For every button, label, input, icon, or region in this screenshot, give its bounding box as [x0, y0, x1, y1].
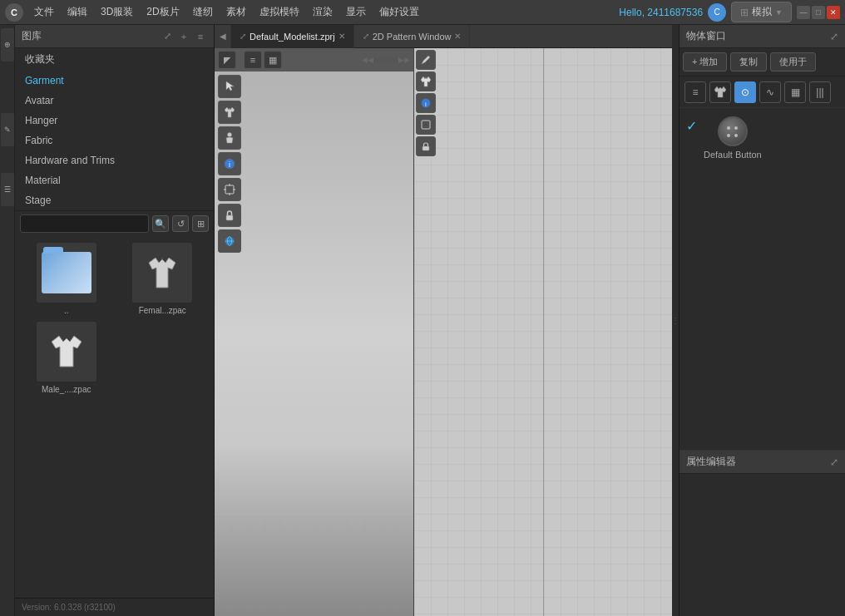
list-item[interactable]: Femal...zpac	[118, 243, 208, 315]
object-window-expand-icon[interactable]: ⤢	[830, 31, 838, 42]
obj-icon-grid[interactable]: ▦	[784, 81, 806, 103]
obj-icon-button[interactable]: ⊙	[734, 81, 756, 103]
tab-arrow-left[interactable]: ◀	[220, 32, 226, 41]
simulate-button[interactable]: ⊞ 模拟 ▼	[731, 2, 792, 22]
list-item[interactable]: Male_....zpac	[22, 322, 111, 394]
menu-right-area: Hello, 2411687536 C ⊞ 模拟 ▼ — □ ✕	[619, 2, 840, 22]
menu-material[interactable]: 素材	[220, 2, 252, 22]
obj-icon-list[interactable]: ≡	[684, 81, 706, 103]
tool-move-3d[interactable]	[218, 178, 241, 201]
file-name: Femal...zpac	[139, 306, 186, 315]
app-logo: C	[5, 3, 23, 22]
close-button[interactable]: ✕	[827, 6, 840, 19]
svg-marker-0	[149, 258, 175, 288]
tab-close-2d[interactable]: ✕	[454, 32, 461, 41]
nav-avatar[interactable]: Avatar	[15, 91, 214, 111]
object-check-icon: ✓	[686, 118, 697, 134]
menu-avatar[interactable]: 虚拟模特	[254, 2, 305, 22]
view-2d-panel-right	[544, 48, 673, 616]
obj-icon-bars[interactable]: |||	[809, 81, 831, 103]
nav-material[interactable]: Material	[15, 170, 214, 190]
left-sidebar: ⊕ ✎ ☰	[0, 25, 15, 616]
object-window-title: 物体窗口	[686, 29, 726, 43]
maximize-button[interactable]: □	[812, 6, 825, 19]
library-header: 图库 ⤢ + ≡	[15, 25, 214, 48]
tool-2d-pen[interactable]	[416, 50, 436, 70]
left-icon-1[interactable]: ✎	[1, 113, 14, 146]
library-search-bar: 🔍 ↺ ⊞	[15, 210, 214, 236]
nav-fabric[interactable]: Fabric	[15, 131, 214, 150]
menu-file[interactable]: 文件	[28, 2, 60, 22]
button-dot-1	[727, 126, 730, 130]
tool-info-3d[interactable]: i	[218, 152, 241, 175]
nav-hanger[interactable]: Hanger	[15, 111, 214, 131]
left-icon-2[interactable]: ☰	[1, 173, 14, 206]
obj-icon-wave[interactable]: ∿	[759, 81, 781, 103]
left-icon-0[interactable]: ⊕	[1, 28, 14, 62]
tool-globe-3d[interactable]	[218, 229, 241, 253]
tool-lock-3d[interactable]	[218, 204, 241, 227]
svg-marker-2	[52, 336, 82, 367]
file-name: Male_....zpac	[42, 385, 91, 394]
menu-sewing[interactable]: 缝纫	[187, 2, 219, 22]
grid-view-icon-button[interactable]: ⊞	[192, 215, 209, 232]
view-3d: ◤ ≡ ▦ ◀◀ ⊞⊞⊞⊞ ▶▶	[215, 48, 414, 616]
use-button[interactable]: 使用于	[770, 52, 816, 71]
refresh-icon-button[interactable]: ↺	[172, 215, 189, 232]
add-button[interactable]: + 增加	[683, 52, 727, 71]
subwindow-tabs: ◀ ⤢ Default_Modelist.zprj ✕ ⤢ 2D Pattern…	[215, 25, 672, 48]
file-thumb-tshirt-female	[132, 243, 192, 303]
tool-avatar-3d[interactable]	[218, 126, 241, 150]
library-expand-icon[interactable]: ⤢	[161, 30, 174, 43]
version-text: Version: 6.0.328 (r32100)	[22, 603, 116, 612]
tool-2d-info[interactable]: i	[416, 93, 436, 113]
attr-editor-expand-icon[interactable]: ⤢	[830, 456, 838, 468]
tool-2d-select[interactable]	[416, 115, 436, 135]
object-item-area: ✓ Default Button	[679, 108, 845, 450]
minimize-button[interactable]: —	[797, 6, 810, 19]
tab-2d-pattern[interactable]: ⤢ 2D Pattern Window ✕	[354, 25, 471, 48]
menu-render[interactable]: 渲染	[307, 2, 338, 22]
object-toolbar: + 增加 复制 使用于	[679, 48, 845, 76]
library-panel: 图库 ⤢ + ≡ 收藏夹 Garment Avatar Hanger Fabri…	[15, 25, 215, 616]
button-dot-4	[734, 134, 738, 137]
attr-editor-header: 属性编辑器 ⤢	[679, 451, 845, 474]
view-2d-panel-left: i	[414, 48, 544, 616]
copy-button[interactable]: 复制	[730, 52, 767, 71]
search-icon-button[interactable]: 🔍	[152, 215, 169, 232]
menu-preferences[interactable]: 偏好设置	[373, 2, 425, 22]
tab-close-modelist[interactable]: ✕	[338, 32, 345, 41]
center-area: ◀ ⤢ Default_Modelist.zprj ✕ ⤢ 2D Pattern…	[215, 25, 672, 616]
panel-handle[interactable]: ⋮	[672, 25, 679, 616]
list-item[interactable]: ..	[22, 243, 111, 315]
toolbar-3d-btn-2[interactable]: ▦	[264, 51, 282, 69]
menu-edit[interactable]: 编辑	[62, 2, 93, 22]
tool-select-3d[interactable]	[218, 75, 241, 98]
object-item-button[interactable]: Default Button	[704, 116, 762, 160]
tool-2d-lock[interactable]	[416, 136, 436, 156]
menu-3d-garment[interactable]: 3D服装	[95, 2, 139, 22]
search-input[interactable]	[20, 214, 149, 233]
toolbar-3d-btn-0[interactable]: ◤	[218, 51, 236, 69]
svg-text:i: i	[229, 160, 230, 169]
view-2d: i	[414, 48, 672, 616]
toolbar-3d: ◤ ≡ ▦ ◀◀ ⊞⊞⊞⊞ ▶▶	[215, 48, 413, 71]
tool-garment-3d[interactable]	[218, 101, 241, 124]
grid-2d-right	[544, 48, 673, 616]
svg-marker-3	[225, 107, 235, 117]
tool-2d-garment[interactable]	[416, 71, 436, 91]
obj-icon-garment[interactable]	[709, 81, 731, 103]
nav-favorites[interactable]: 收藏夹	[15, 48, 214, 71]
toolbar-3d-btn-1[interactable]: ≡	[244, 51, 262, 69]
tools-2d-left: i	[416, 48, 436, 156]
tab-modelist[interactable]: ⤢ Default_Modelist.zprj ✕	[231, 25, 354, 48]
library-add-icon[interactable]: +	[177, 30, 190, 43]
nav-hardware-trims[interactable]: Hardware and Trims	[15, 150, 214, 170]
library-menu-icon[interactable]: ≡	[194, 30, 207, 43]
tab-icon-2d: ⤢	[363, 32, 369, 41]
nav-garment[interactable]: Garment	[15, 71, 214, 91]
menu-2d-pattern[interactable]: 2D板片	[141, 2, 185, 22]
menu-display[interactable]: 显示	[340, 2, 372, 22]
button-dot-2	[734, 126, 738, 130]
nav-stage[interactable]: Stage	[15, 190, 214, 210]
